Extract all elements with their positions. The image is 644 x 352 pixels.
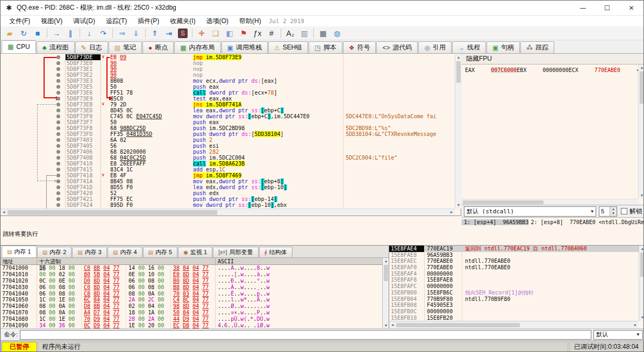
tab-源代码[interactable]: <>源代码 (376, 41, 418, 53)
disasm-row[interactable]: 5D8F73F0C745 0C E047C45Dmov dword ptr ss… (1, 113, 455, 119)
restart-button[interactable]: ↻ (17, 27, 30, 39)
stack-row[interactable]: 15E8FB1015E8FB20 (389, 315, 639, 321)
disasm-row[interactable]: 5D8F7410E8 26EEFAFFcall im.5D8A623B (1, 161, 455, 167)
menu-item-4[interactable]: 插件(P) (132, 16, 164, 26)
memory-row[interactable]: 770410501C 00 1E 006C 84 04 772A 00 2C 0… (1, 297, 382, 303)
menu-item-1[interactable]: 视图(V) (35, 16, 68, 26)
tab-内存 3[interactable]: ▤内存 3 (72, 247, 107, 257)
command-input[interactable] (20, 330, 591, 340)
animate-over-button[interactable]: ⇓ (130, 27, 142, 39)
disasm-row[interactable]: 5D8F740668 82020000push 282 (1, 149, 455, 155)
disasm-row[interactable]: 5D8F73E290nop (1, 72, 455, 78)
disasm-row[interactable]: 5D8F741583C4 1Cadd esp,1C (1, 167, 455, 173)
disasm-row[interactable]: 5D8F73ED8D45 0Clea eax,dword ptr ss:[ebp… (1, 107, 455, 113)
disasm-row[interactable]: 5D8F7418∨EB 4Fjmp im.5D8F7469 (1, 173, 455, 178)
stack-rows[interactable]: 15E8FAE4770EAC19返回到 ntdll.770EAC19 自 ntd… (389, 246, 639, 321)
device-button[interactable]: ▥ (298, 27, 311, 39)
disasm-horizontal-scrollbar[interactable]: ◂ ▸ (1, 209, 455, 215)
registers-horizontal-scrollbar[interactable] (462, 199, 638, 205)
maximize-button[interactable]: ☐ (595, 1, 619, 16)
stop-button[interactable]: ■ (31, 27, 44, 39)
calculator-button[interactable]: ▦ (317, 27, 330, 39)
menu-item-3[interactable]: 追踪(T) (101, 16, 132, 26)
run-button[interactable]: → (50, 27, 63, 39)
disasm-vertical-scrollbar[interactable]: ▴ ▾ (455, 54, 461, 209)
functions-button[interactable]: ƒx (251, 27, 264, 39)
register-row[interactable]: EBX 00000000 (517, 67, 568, 73)
unlock-checkbox[interactable]: 解锁 (621, 207, 642, 216)
tab-监视 1[interactable]: ◉监视 1 (178, 247, 212, 257)
calling-convention-select[interactable]: 默认 (stdcall) ▼ (464, 206, 596, 217)
tab-CPU[interactable]: ▦CPU (2, 40, 36, 53)
minimize-button[interactable]: — (571, 1, 595, 16)
disasm-row[interactable]: 5D8F73F750push eax (1, 119, 455, 125)
stack-row[interactable]: 15E8FAEC770EABE0ntdll.770EABE0 (389, 258, 639, 264)
argument-count-stepper[interactable]: 5 ▲▼ (599, 206, 617, 217)
disasm-row[interactable]: 5D8F73E190nop (1, 66, 455, 72)
stack-row[interactable]: 15E8FB08F45905E3 (389, 302, 639, 308)
disasm-row[interactable]: 5D8F73FDFF35 0481D35Dpush dword ptr ds:[… (1, 131, 455, 137)
spin-up-icon[interactable]: ▲ (610, 207, 617, 212)
assemble-button[interactable]: A₂ (284, 27, 297, 39)
tab-流程图[interactable]: ♣流程图 (37, 41, 75, 53)
patches-button[interactable]: ✚ (195, 27, 208, 39)
disasm-row[interactable]: 5D8F7421FF75 ECpush dword ptr ss:[ebp-14… (1, 196, 455, 202)
tab-句柄[interactable]: ▣句柄 (486, 41, 520, 53)
open-file-button[interactable]: ▰ (3, 27, 16, 39)
stack-row[interactable]: 15E8FAF0770EABE0ntdll.770EABE0 (389, 264, 639, 271)
tab-内存布局[interactable]: ▦内存布局 (174, 41, 220, 53)
execute-till-return-button[interactable]: ⇑ (148, 27, 161, 39)
stack-horizontal-scrollbar[interactable]: ◂ ▸ (389, 321, 639, 328)
hash-button[interactable]: # (265, 27, 278, 39)
comments-button[interactable]: ❏ (209, 27, 222, 39)
disasm-row[interactable]: 5D8F73E38B08mov ecx,dword ptr ds:[eax] (1, 78, 455, 84)
tab-笔记[interactable]: ▤笔记 (109, 41, 142, 53)
menu-item-0[interactable]: 文件(F) (4, 16, 35, 26)
stack-row[interactable]: 15E8FAF815E8FAE8 (389, 277, 639, 283)
stack-row[interactable]: 15E8FAFC00000000 (389, 283, 639, 290)
stack-row[interactable]: 15E8FAE896A59BB3 (389, 252, 639, 258)
disasm-row[interactable]: 5D8F740556push esi (1, 143, 455, 149)
tab-符号[interactable]: ❖符号 (343, 41, 376, 53)
disasm-row[interactable]: 5D8F73EB∨79 2Djns im.5D8F741A (1, 102, 455, 107)
disasm-row[interactable]: 5D8F7424895D F0mov dword ptr ss:[ebp-10]… (1, 202, 455, 208)
disasm-row[interactable]: 5D8F74036A 02push 2 (1, 137, 455, 143)
pause-button[interactable]: ∥ (64, 27, 77, 39)
bookmarks-button[interactable]: ⚑ (237, 27, 250, 39)
memory-dump-table[interactable]: 地址 十六进制 ASCII 7704100016 00 18 00C0 8B 0… (1, 258, 382, 329)
tab-断点[interactable]: ●断点 (142, 41, 174, 53)
tab-日志[interactable]: ✎日志 (75, 41, 108, 53)
menu-item-6[interactable]: 选项(O) (201, 16, 234, 26)
register-row[interactable]: ECX 770EABE0 <ntdll.DbgUiRemoteBreakin> (569, 67, 638, 73)
internet-button[interactable]: ◍ (331, 27, 344, 39)
disasm-row[interactable]: 5D8F73DE∨EB 09jmp im.5D8F73E9 (1, 54, 455, 60)
disasm-row[interactable]: 5D8F740B68 04C0C25Dpush im.5DC2C0045DC2C… (1, 155, 455, 161)
tab-调用堆栈[interactable]: ▣调用堆栈 (221, 41, 268, 53)
stack-row[interactable]: 15E8FAF400000000 (389, 271, 639, 277)
arguments-list[interactable]: 1: [esp+4] 96A59BB32: [esp+8] 770EABE0 <… (462, 218, 644, 245)
tab-脚本[interactable]: ◳脚本 (309, 41, 342, 53)
tab-局部变量[interactable]: [x=]局部变量 (213, 247, 258, 257)
menu-item-5[interactable]: 收藏夹(I) (164, 16, 201, 26)
menu-item-2[interactable]: 调试(D) (68, 16, 101, 26)
register-row[interactable]: EAX 007C6000 (465, 67, 517, 73)
disasm-row[interactable]: 5D8F73E6FF51 78call dword ptr ds:[ecx+78… (1, 90, 455, 96)
disasm-row[interactable]: 5D8F741D8D55 F0lea edx,dword ptr ss:[ebp… (1, 184, 455, 190)
stack-row[interactable]: 15E8FAE4770EAC19返回到 ntdll.770EAC19 自 ntd… (389, 246, 639, 252)
tab-内存 4[interactable]: ▤内存 4 (108, 247, 142, 257)
argument-row[interactable]: 1: [esp+4] 96A59BB3 (462, 219, 528, 225)
disasm-row[interactable]: 5D8F741A8B45 08mov eax,dword ptr ss:[ebp… (1, 178, 455, 184)
run-to-user-code-button[interactable]: ⇥ (162, 27, 175, 39)
disassembly-rows[interactable]: > 5D8F73DE∨EB 09jmp im.5D8F73E95D8F73E09… (1, 54, 455, 209)
disasm-row[interactable]: 5D8F73F868 98BDC25Dpush im.5DC2BD985DC2B… (1, 125, 455, 131)
memory-row[interactable]: 7704106008 00 0A 00D8 8B 04 7702 00 04 0… (1, 303, 382, 310)
tab-内存 5[interactable]: ▤内存 5 (143, 247, 178, 257)
command-profile-select[interactable]: 默认 ▼ (593, 330, 643, 340)
disasm-row[interactable]: 5D8F73E090nop (1, 60, 455, 66)
argument-row[interactable]: 2: [esp+8] 770EABE0 <ntdll.DbgUiRemoteBr… (528, 219, 644, 225)
checkbox-icon[interactable] (621, 208, 627, 214)
memory-row[interactable]: 7704103006 00 08 00C0 8D 04 7706 00 08 0… (1, 284, 382, 291)
stack-row[interactable]: 15E8FB04770B9F80ntdll.770B9F80 (389, 296, 639, 303)
stack-row[interactable]: 15E8FB0015E8FB6C指向SEH_Record[1]的指针 (389, 290, 639, 296)
labels-button[interactable]: ◧ (223, 27, 236, 39)
